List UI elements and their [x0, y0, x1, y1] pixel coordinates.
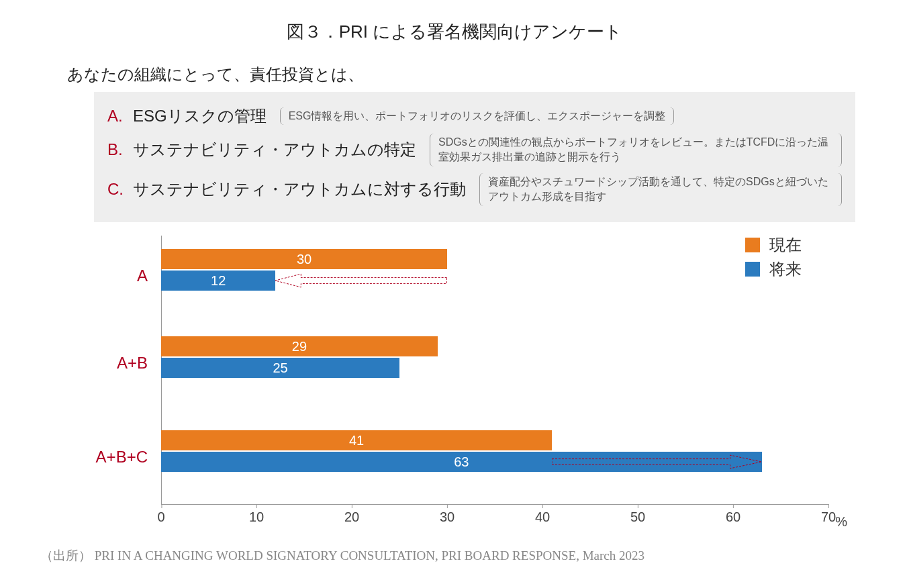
x-tick: 70 — [821, 504, 836, 525]
bar-current: 41 — [161, 430, 552, 450]
x-tick: 40 — [535, 504, 550, 525]
x-axis-unit: % — [835, 514, 847, 530]
bar-future: 25 — [161, 358, 399, 378]
definition-label: サステナビリティ・アウトカムの特定 — [133, 139, 416, 160]
definition-desc: ESG情報を用い、ポートフォリオのリスクを評価し、エクスポージャーを調整 — [280, 107, 675, 125]
x-tick: 60 — [726, 504, 740, 525]
definition-row-a: A. ESGリスクの管理 ESG情報を用い、ポートフォリオのリスクを評価し、エク… — [107, 105, 842, 127]
increase-arrow-icon — [552, 454, 761, 469]
bar-group: A+B2925 — [161, 336, 828, 378]
bar-group: A3012 — [161, 249, 828, 291]
bar-future: 12 — [161, 271, 275, 291]
definition-desc: SDGsとの関連性の観点からポートフォリオをレビュー。またはTCFDに沿った温室… — [430, 134, 842, 166]
decrease-arrow-icon — [275, 273, 447, 288]
definition-desc: 資産配分やスチュワードシップ活動を通して、特定のSDGsと紐づいたアウトカム形成… — [479, 173, 842, 206]
plot: A3012A+B2925A+B+C4163 % 010203040506070 — [161, 236, 828, 531]
x-axis: % 010203040506070 — [161, 504, 828, 531]
chart-area: 現在 将来 A3012A+B2925A+B+C4163 % 0102030405… — [54, 236, 855, 531]
definition-label: サステナビリティ・アウトカムに対する行動 — [133, 179, 466, 200]
category-label: A+B — [54, 354, 148, 373]
x-tick: 30 — [440, 504, 454, 525]
survey-question: あなたの組織にとって、責任投資とは、 — [67, 64, 882, 85]
plot-inner: A3012A+B2925A+B+C4163 — [161, 236, 828, 504]
x-tick: 10 — [249, 504, 264, 525]
category-label: A+B+C — [54, 448, 148, 467]
definitions-panel: A. ESGリスクの管理 ESG情報を用い、ポートフォリオのリスクを評価し、エク… — [94, 92, 855, 222]
definition-row-b: B. サステナビリティ・アウトカムの特定 SDGsとの関連性の観点からポートフォ… — [107, 134, 842, 166]
chart-title: 図３．PRI による署名機関向けアンケート — [27, 20, 882, 44]
definition-row-c: C. サステナビリティ・アウトカムに対する行動 資産配分やスチュワードシップ活動… — [107, 173, 842, 206]
x-tick: 0 — [157, 504, 164, 525]
definition-letter: B. — [107, 140, 126, 159]
bar-current: 30 — [161, 249, 447, 269]
source-prefix: （出所） — [40, 548, 91, 562]
x-tick: 50 — [630, 504, 645, 525]
definition-letter: A. — [107, 107, 126, 126]
source-citation: （出所） PRI IN A CHANGING WORLD SIGNATORY C… — [40, 547, 882, 565]
definition-label: ESGリスクの管理 — [133, 105, 267, 127]
x-tick: 20 — [344, 504, 359, 525]
source-text: PRI IN A CHANGING WORLD SIGNATORY CONSUL… — [95, 548, 644, 562]
definition-letter: C. — [107, 180, 126, 199]
bar-current: 29 — [161, 336, 438, 356]
category-label: A — [54, 266, 148, 285]
